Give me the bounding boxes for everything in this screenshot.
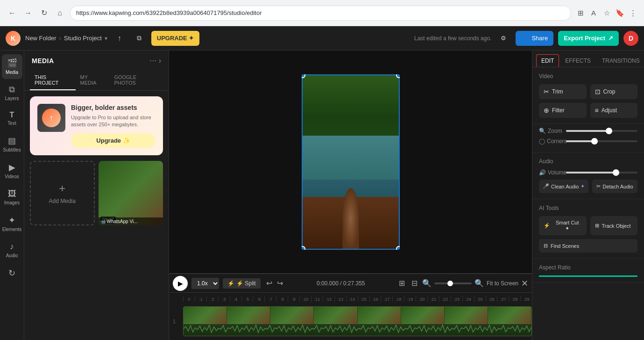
tab-my-media[interactable]: MY MEDIA [76, 71, 110, 90]
play-icon: ▶ [178, 280, 183, 287]
detach-audio-button[interactable]: ✂ Detach Audio [592, 180, 637, 193]
chevron-down-icon[interactable]: ▾ [105, 35, 107, 42]
corners-slider[interactable] [566, 140, 637, 142]
zoom-thumb[interactable] [606, 128, 612, 134]
play-button[interactable]: ▶ [173, 276, 188, 291]
profile-icon[interactable]: A [588, 7, 599, 19]
corners-thumb[interactable] [591, 138, 598, 145]
thumb-strip-item-1 [184, 307, 227, 324]
tab-edit[interactable]: EDIT [536, 54, 559, 67]
thumb-strip-item-4 [314, 307, 357, 324]
tab-this-project[interactable]: THIS PROJECT [30, 71, 76, 90]
clean-audio-button[interactable]: 🎤 Clean Audio ✦ [539, 180, 588, 193]
ai-tools-section: AI Tools ⚡ Smart Cut ✦ ⊞ Track Object ⊟ … [532, 199, 644, 259]
skip-button[interactable]: ⊟ [410, 277, 419, 289]
ruler-mark-7: :7 [264, 296, 276, 302]
fit-to-screen-button[interactable]: Fit to Screen [487, 280, 518, 287]
zoom-fit-button[interactable]: ⊞ [397, 277, 407, 289]
tab-google-photos[interactable]: GOOGLE PHOTOS [109, 71, 163, 90]
sidebar-item-media[interactable]: 🎬 Media [2, 54, 22, 79]
videos-icon: ▶ [9, 162, 15, 173]
sidebar-item-misc[interactable]: ↻ [2, 264, 22, 282]
upload-button[interactable]: ↑ [112, 31, 127, 46]
ruler-mark-19: :19 [404, 296, 416, 302]
filter-button[interactable]: ⊕ Filter [539, 103, 587, 118]
media-content: ↑ Bigger, bolder assets Upgrade to Pro t… [24, 91, 169, 340]
zoom-thumb[interactable] [447, 281, 453, 286]
window-button[interactable]: ⧉ [132, 31, 147, 46]
ruler-mark-0: 0 [183, 296, 195, 302]
address-bar[interactable]: https://www.kapwing.com/63922b8ed3939a00… [70, 6, 571, 21]
playback-bar: ▶ 1.0x 0.5x 1.5x 2.0x ⚡ ⚡ Split [169, 274, 532, 292]
zoom-in-button[interactable]: 🔍 [474, 279, 484, 288]
bookmark-icon[interactable]: 🔖 [614, 7, 625, 19]
ruler-mark-23: :23 [451, 296, 462, 302]
user-avatar[interactable]: D [623, 31, 638, 46]
ruler-mark-3: :3 [218, 296, 230, 302]
find-scenes-button[interactable]: ⊟ Find Scenes [539, 239, 637, 253]
sidebar-item-images[interactable]: 🖼 Images [2, 185, 22, 210]
more-button[interactable]: ⋯ [149, 56, 157, 65]
breadcrumb-folder[interactable]: New Folder [25, 35, 56, 42]
tab-effects[interactable]: EFFECTS [560, 54, 596, 67]
topbar: K New Folder › Studio Project ▾ ↑ ⧉ UPGR… [0, 26, 644, 51]
corners-slider-row: ◯ Corners [539, 138, 637, 145]
sidebar-item-layers[interactable]: ⧉ Layers [2, 81, 22, 105]
home-button[interactable]: ⌂ [53, 7, 66, 20]
track-content[interactable] [183, 306, 532, 336]
upgrade-button[interactable]: UPGRADE ✦ [151, 31, 200, 46]
settings-button[interactable]: ⚙ [496, 31, 511, 46]
volume-icon: 🔊 [539, 169, 546, 176]
volume-slider[interactable] [566, 172, 637, 174]
breadcrumb-project[interactable]: Studio Project [64, 35, 102, 42]
sidebar-item-elements[interactable]: ✦ Elements [2, 211, 22, 236]
close-timeline-button[interactable]: ✕ [521, 278, 528, 289]
ruler-mark-6: :6 [253, 296, 264, 302]
collapse-panel-button[interactable]: › [159, 56, 161, 65]
volume-thumb[interactable] [613, 169, 619, 176]
zoom-track[interactable] [434, 282, 472, 284]
adjust-button[interactable]: ≡ Adjust [590, 103, 638, 118]
redo-button[interactable]: ↪ [275, 278, 285, 289]
zoom-slider[interactable] [566, 130, 637, 132]
canvas-workspace: ↻ [169, 51, 532, 273]
forward-button[interactable]: → [21, 7, 35, 20]
media-thumb-video[interactable]: 00:27 📹 WhatsApp Vi... [99, 161, 163, 226]
sidebar-item-text[interactable]: T Text [2, 107, 22, 130]
sidebar-item-subtitles[interactable]: ▤ Subtitles [2, 132, 22, 157]
video-preview: ↻ [302, 74, 400, 250]
sidebar-item-videos[interactable]: ▶ Videos [2, 159, 22, 183]
split-button[interactable]: ⚡ ⚡ Split [223, 278, 261, 289]
right-panel: EDIT EFFECTS TRANSITIONS TIMING Video ✂ … [532, 51, 644, 340]
star-icon[interactable]: ☆ [601, 7, 612, 19]
audio-wave [184, 324, 531, 336]
tab-transitions[interactable]: TRANSITIONS [597, 54, 644, 67]
export-button[interactable]: Export Project ↗ [558, 31, 619, 46]
speed-selector[interactable]: 1.0x 0.5x 1.5x 2.0x [191, 278, 219, 289]
crop-button[interactable]: ⊡ Crop [590, 84, 638, 99]
thumb-strip-item-7 [445, 307, 488, 324]
sidebar-item-label-subtitles: Subtitles [3, 147, 21, 153]
add-media-button[interactable]: + Add Media [30, 161, 95, 226]
sidebar-item-audio[interactable]: ♪ Audio [2, 238, 22, 262]
thumb-strip-item-3 [270, 307, 314, 324]
refresh-button[interactable]: ↻ [37, 7, 50, 20]
smart-cut-button[interactable]: ⚡ Smart Cut ✦ [539, 216, 587, 235]
garden-post [342, 188, 359, 249]
ruler-mark-18: :18 [392, 296, 404, 302]
share-button[interactable]: 👤 Share [516, 31, 553, 46]
trim-button[interactable]: ✂ Trim [539, 84, 587, 99]
video-track[interactable] [183, 306, 532, 336]
undo-button[interactable]: ↩ [264, 278, 274, 289]
zoom-out-button[interactable]: 🔍 [422, 279, 432, 288]
misc-icon: ↻ [8, 268, 15, 278]
track-object-button[interactable]: ⊞ Track Object [590, 216, 638, 235]
extensions-icon[interactable]: ⊞ [575, 7, 586, 19]
upgrade-card-button[interactable]: Upgrade ✨ [71, 133, 156, 148]
ruler-mark-27: :27 [497, 296, 509, 302]
ruler-marks: 0 :1 :2 :3 :4 :5 :6 :7 :8 :9 :10 :11 :12… [169, 296, 532, 302]
smart-cut-icon: ⚡ [544, 223, 550, 229]
back-button[interactable]: ← [6, 7, 19, 20]
zoom-fill [566, 130, 609, 132]
menu-icon[interactable]: ⋮ [627, 7, 638, 19]
